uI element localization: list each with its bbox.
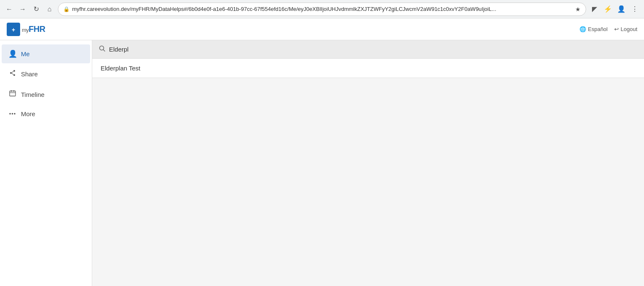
home-button[interactable]: ⌂ xyxy=(44,3,55,15)
sidebar-item-share-label: Share xyxy=(21,70,38,78)
browser-actions: ◤ ⚡ 👤 ⋮ xyxy=(589,3,641,15)
svg-point-3 xyxy=(13,70,15,72)
person-icon: 👤 xyxy=(8,49,17,58)
logo: + myFHR xyxy=(7,23,45,36)
reload-button[interactable]: ↻ xyxy=(30,3,42,15)
url-text: myfhr.careevolution.dev/myFHR/MyDataHelp… xyxy=(72,6,573,12)
timeline-icon xyxy=(8,90,17,99)
sidebar: 👤 Me Share xyxy=(0,40,92,286)
search-input[interactable] xyxy=(109,46,637,53)
sidebar-item-timeline[interactable]: Timeline xyxy=(2,85,90,104)
svg-line-6 xyxy=(12,73,13,75)
svg-text:+: + xyxy=(12,26,15,33)
header-actions: 🌐 Español ↩ Logout xyxy=(579,26,637,32)
address-bar[interactable]: 🔒 myfhr.careevolution.dev/myFHR/MyDataHe… xyxy=(58,3,586,16)
sidebar-item-timeline-label: Timeline xyxy=(21,91,44,98)
profile-button[interactable]: 👤 xyxy=(615,3,627,15)
results-list: Elderplan Test xyxy=(92,59,644,78)
browser-chrome: ← → ↻ ⌂ 🔒 myfhr.careevolution.dev/myFHR/… xyxy=(0,0,644,18)
sidebar-item-share[interactable]: Share xyxy=(2,64,90,84)
main-layout: 👤 Me Share xyxy=(0,40,644,286)
back-button[interactable]: ← xyxy=(3,3,15,15)
list-item[interactable]: Elderplan Test xyxy=(92,59,644,78)
app-header: + myFHR 🌐 Español ↩ Logout xyxy=(0,18,644,40)
svg-rect-7 xyxy=(10,91,16,96)
forward-button[interactable]: → xyxy=(17,3,29,15)
sidebar-item-more[interactable]: ••• More xyxy=(2,105,90,122)
sidebar-item-me[interactable]: 👤 Me xyxy=(2,44,90,63)
extensions-button[interactable]: ⚡ xyxy=(602,3,614,15)
share-icon xyxy=(8,69,17,79)
more-icon: ••• xyxy=(8,111,17,117)
svg-line-12 xyxy=(104,50,105,52)
espanol-link[interactable]: 🌐 Español xyxy=(579,26,608,32)
svg-line-5 xyxy=(12,72,13,73)
logout-link[interactable]: ↩ Logout xyxy=(614,26,637,32)
logo-text: myFHR xyxy=(22,24,45,34)
nav-buttons: ← → ↻ ⌂ xyxy=(3,3,55,15)
svg-point-4 xyxy=(13,74,15,76)
logout-icon: ↩ xyxy=(614,26,619,32)
content-area: Elderplan Test xyxy=(92,40,644,286)
logo-icon: + xyxy=(7,23,20,36)
app-container: + myFHR 🌐 Español ↩ Logout 👤 Me xyxy=(0,18,644,286)
search-container xyxy=(92,40,644,59)
cast-button[interactable]: ◤ xyxy=(589,3,600,15)
svg-point-2 xyxy=(10,72,12,74)
lock-icon: 🔒 xyxy=(63,6,70,12)
sidebar-item-more-label: More xyxy=(21,110,35,117)
globe-icon: 🌐 xyxy=(579,26,586,32)
bookmark-star-icon[interactable]: ★ xyxy=(575,6,581,13)
menu-button[interactable]: ⋮ xyxy=(629,3,641,15)
search-icon xyxy=(99,45,106,53)
sidebar-item-me-label: Me xyxy=(21,50,30,57)
